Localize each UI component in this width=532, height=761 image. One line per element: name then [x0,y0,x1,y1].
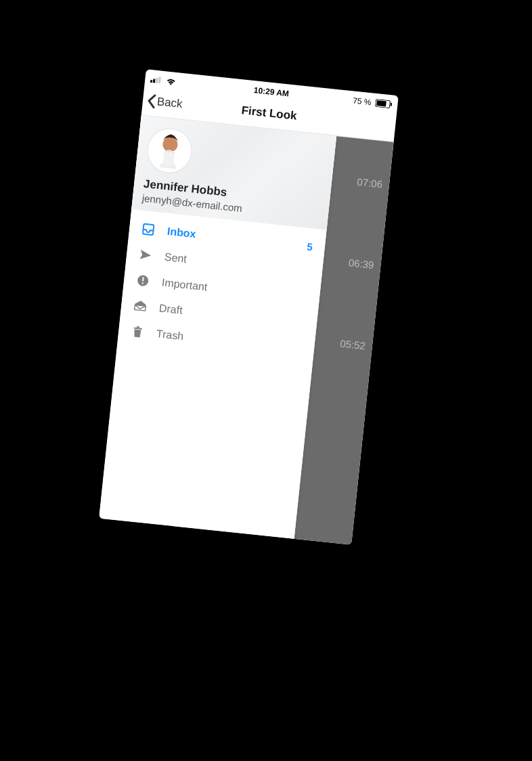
battery-percent: 75 % [353,95,372,107]
draft-icon [133,299,148,313]
svg-rect-17 [137,326,139,328]
avatar [145,126,194,175]
sent-icon [138,248,153,262]
phone-frame: 10:29 AM 75 % B [99,69,399,545]
mail-time: 06:39 [348,257,374,271]
wifi-icon [166,77,177,86]
chevron-left-icon [146,93,156,109]
svg-rect-0 [150,80,152,83]
svg-rect-13 [142,282,143,284]
back-button[interactable]: Back [142,93,183,112]
mail-time: 05:52 [340,337,366,351]
svg-rect-1 [153,79,156,83]
folder-count: 5 [307,240,313,253]
svg-marker-10 [140,250,152,261]
folder-list: Inbox 5 Sent [117,209,327,368]
back-label: Back [156,95,183,111]
signal-icon [150,76,162,84]
mail-time: 07:06 [357,176,383,190]
svg-rect-3 [158,77,161,83]
inbox-icon [141,223,156,236]
svg-rect-2 [156,78,158,83]
svg-rect-6 [391,103,393,106]
trash-icon [130,325,145,339]
important-icon [135,274,150,287]
battery-icon [375,99,393,109]
svg-rect-5 [376,100,386,106]
